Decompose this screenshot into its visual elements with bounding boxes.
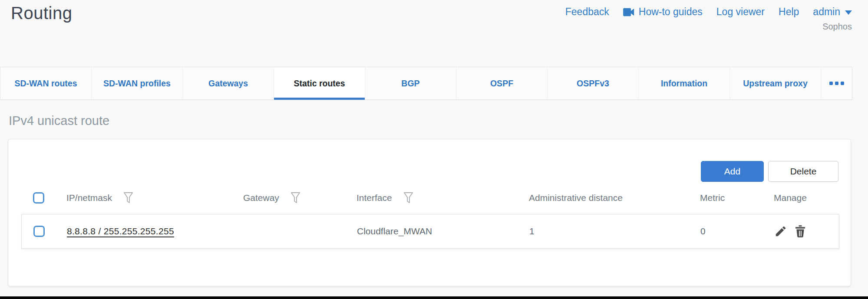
route-ip-netmask-link[interactable]: 8.8.8.8 / 255.255.255.255 <box>67 226 174 236</box>
admin-menu[interactable]: admin <box>813 6 852 18</box>
col-gateway: Gateway <box>243 193 279 203</box>
row-checkbox[interactable] <box>33 226 45 237</box>
delete-button[interactable]: Delete <box>768 161 838 182</box>
tab-sdwan-profiles[interactable]: SD-WAN profiles <box>92 67 183 99</box>
more-tabs-button[interactable] <box>821 67 852 99</box>
caret-down-icon <box>845 10 852 15</box>
table-row: 8.8.8.8 / 255.255.255.255 Cloudflare_MWA… <box>21 214 839 249</box>
route-administrative-distance: 1 <box>529 226 700 237</box>
log-viewer-link[interactable]: Log viewer <box>716 6 765 18</box>
feedback-label: Feedback <box>565 6 609 18</box>
col-manage: Manage <box>774 193 807 203</box>
routes-card: Add Delete IP/netmask Gateway Interface … <box>8 139 851 286</box>
tab-bgp[interactable]: BGP <box>365 67 456 99</box>
col-metric: Metric <box>700 193 725 203</box>
tab-sdwan-routes[interactable]: SD-WAN routes <box>0 67 92 99</box>
tab-static-routes[interactable]: Static routes <box>274 67 365 99</box>
section-heading: IPv4 unicast route <box>9 114 109 128</box>
delete-icon[interactable] <box>794 225 806 238</box>
log-viewer-label: Log viewer <box>716 6 765 18</box>
brand-label: Sophos <box>822 22 852 32</box>
table-header-row: IP/netmask Gateway Interface Administrat… <box>21 186 839 210</box>
page-title: Routing <box>11 3 72 23</box>
tab-information[interactable]: Information <box>639 67 730 99</box>
col-interface: Interface <box>356 193 392 203</box>
tab-bar: SD-WAN routes SD-WAN profiles Gateways S… <box>0 67 852 100</box>
tab-gateways[interactable]: Gateways <box>183 67 274 99</box>
tab-ospf[interactable]: OSPF <box>456 67 548 99</box>
help-label: Help <box>779 6 799 18</box>
ellipsis-icon <box>829 82 833 85</box>
route-interface: Cloudflare_MWAN <box>357 226 529 237</box>
select-all-checkbox[interactable] <box>33 192 44 204</box>
filter-icon[interactable] <box>403 192 413 204</box>
table-toolbar: Add Delete <box>701 161 838 182</box>
route-metric: 0 <box>700 226 774 237</box>
bottom-edge-bar <box>0 296 868 299</box>
feedback-link[interactable]: Feedback <box>565 6 609 18</box>
video-camera-icon <box>623 8 635 16</box>
edit-icon[interactable] <box>774 225 787 238</box>
help-link[interactable]: Help <box>779 6 799 18</box>
howto-guides-label: How-to guides <box>639 6 703 18</box>
top-navigation: Feedback How-to guides Log viewer Help a… <box>565 6 852 18</box>
howto-guides-link[interactable]: How-to guides <box>623 6 703 18</box>
admin-label: admin <box>813 6 840 18</box>
filter-icon[interactable] <box>290 192 300 204</box>
col-administrative-distance: Administrative distance <box>529 193 623 203</box>
tab-upstream-proxy[interactable]: Upstream proxy <box>730 67 821 99</box>
filter-icon[interactable] <box>123 192 133 204</box>
add-button[interactable]: Add <box>701 161 764 182</box>
col-ip-netmask: IP/netmask <box>66 193 112 203</box>
tab-ospfv3[interactable]: OSPFv3 <box>548 67 639 99</box>
